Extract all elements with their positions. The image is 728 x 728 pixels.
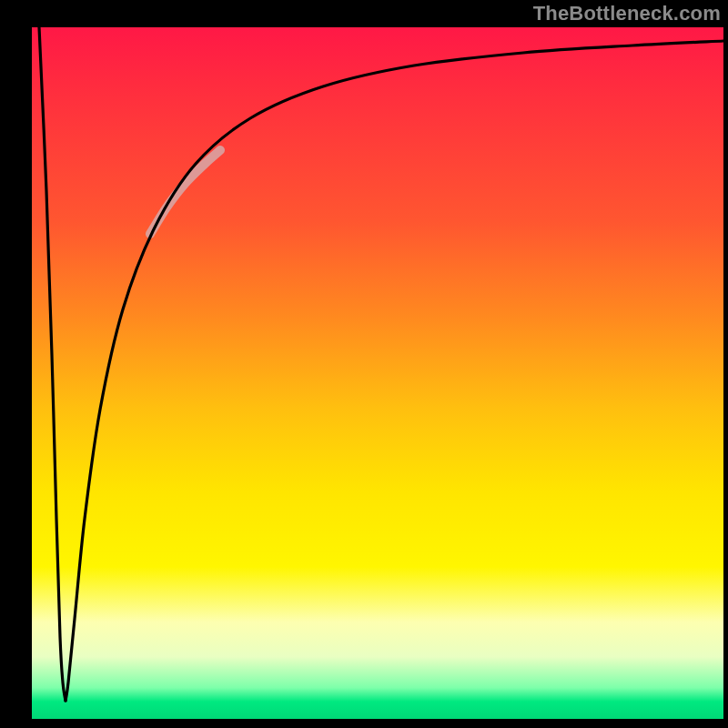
curve-svg	[32, 27, 723, 719]
highlighted-segment	[150, 150, 220, 234]
curve-left-descent	[39, 27, 66, 701]
plot-area	[32, 27, 723, 719]
chart-frame: TheBottleneck.com	[0, 0, 728, 728]
watermark-text: TheBottleneck.com	[533, 2, 721, 25]
curve-right-ascent	[66, 41, 723, 701]
